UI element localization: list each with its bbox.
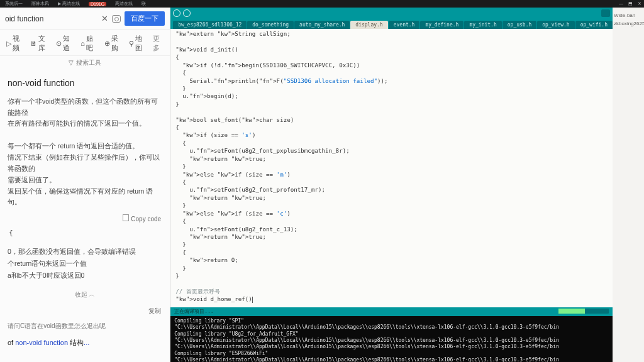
file-tab[interactable]: do_something xyxy=(247,21,294,29)
search-bar: oid function ✕ 百度一下 xyxy=(0,8,170,30)
tab-wenku[interactable]: 🗎文库 xyxy=(30,34,47,53)
task-item[interactable]: 高清在线 xyxy=(113,0,135,8)
answer-line: 在所有路径都可能执行的情况下返回一个值。 xyxy=(8,118,162,129)
file-tab[interactable]: op_wifi.h xyxy=(575,21,613,29)
task-item: ▶ 高清在线 xyxy=(55,0,82,8)
file-tab[interactable]: display.h xyxy=(350,21,387,29)
answer-line: 每一个都有一个 return 语句返回合适的值。 xyxy=(8,141,162,152)
search-query[interactable]: oid function xyxy=(5,14,97,23)
copy-button[interactable]: 复制 xyxy=(0,304,170,318)
answer-continued: 0，那么函数没有返回值，会导致编译错误 个return语句来返回一个值 a和b不… xyxy=(0,242,170,285)
verify-icon[interactable] xyxy=(173,9,180,17)
answer-line: 你有一个非void类型的函数，但这个函数的所有可能路径 xyxy=(8,96,162,119)
file-tab[interactable]: op_view.h xyxy=(537,21,574,29)
file-tab[interactable]: op_usb.h xyxy=(502,21,537,29)
task-item[interactable]: 系统后一 xyxy=(3,0,25,8)
related-link[interactable]: non-void function xyxy=(15,339,68,346)
follow-up-question: 请问C语言在void函数里怎么退出呢 xyxy=(0,318,170,336)
funnel-icon: ▽ xyxy=(69,59,74,66)
task-item[interactable]: 联 xyxy=(139,0,148,8)
answer-line: 个return语句来返回一个值 xyxy=(8,258,162,270)
copy-icon xyxy=(124,216,129,221)
sliver-label: Wide-ban xyxy=(614,13,643,18)
clear-icon[interactable]: ✕ xyxy=(101,14,108,23)
copy-code-button[interactable]: Copy code xyxy=(0,214,170,224)
search-tabs: ▷视频 🗎文库 ⊙知道 ⌂贴吧 ⊕采购 ⚲地图 更多 xyxy=(0,30,170,56)
serial-monitor-icon[interactable] xyxy=(601,9,610,17)
answer-line: 0，那么函数没有返回值，会导致编译错误 xyxy=(8,246,162,258)
window-close-icon[interactable]: ✕ xyxy=(638,1,641,6)
upload-icon[interactable] xyxy=(183,9,191,17)
answer-line: 返回某个值，确保这些情况下有对应的 return 语句。 xyxy=(8,186,162,209)
console-header: 正在编译项目... xyxy=(170,307,613,316)
os-taskbar: 系统后一 雨林木风 ▶ 高清在线 D191G 高清在线 联 — ⬒ ✕ xyxy=(0,0,644,8)
sliver-label: zkboxing2625 xyxy=(614,21,643,26)
browser-panel: oid function ✕ 百度一下 ▷视频 🗎文库 ⊙知道 ⌂贴吧 ⊕采购 … xyxy=(0,8,170,362)
progress-bar xyxy=(558,309,609,314)
answer-line: a和b不大于0时应该返回0 xyxy=(8,270,162,282)
file-tab[interactable]: auto_my_share.h xyxy=(294,21,350,29)
answer-line: 需要返回值了。 xyxy=(8,175,162,186)
answer-heading: non-void function xyxy=(8,76,162,91)
right-sidebar-sliver: Wide-ban zkboxing2625 xyxy=(613,8,644,362)
build-console[interactable]: Compiling library "SPI" "C:\\Users\\Admi… xyxy=(170,316,613,362)
file-tab[interactable]: my_define.h xyxy=(420,21,464,29)
answer-block: non-void function 你有一个非void类型的函数，但这个函数的所… xyxy=(0,72,170,214)
task-item-badge[interactable]: D191G xyxy=(89,2,106,6)
tab-zhidao[interactable]: ⊙知道 xyxy=(56,34,72,53)
file-tab[interactable]: event.h xyxy=(389,21,420,29)
collapse-button[interactable]: 收起︿ xyxy=(0,285,170,304)
file-tab[interactable]: bw_esp8266_sdl1306_12 xyxy=(173,21,247,29)
camera-icon[interactable] xyxy=(112,15,121,23)
code-snippet: { xyxy=(0,224,170,242)
search-tools[interactable]: ▽搜索工具 xyxy=(0,56,170,72)
tab-caigou[interactable]: ⊕采购 xyxy=(104,34,120,53)
tab-tieba[interactable]: ⌂贴吧 xyxy=(80,34,95,53)
window-maximize-icon[interactable]: ⬒ xyxy=(628,1,633,6)
chevron-up-icon: ︿ xyxy=(89,291,95,298)
code-editor[interactable]: "kw">extern "kw">String callSign; "kw">v… xyxy=(170,29,613,307)
answer-line: 情况下结束（例如在执行了某些操作后），你可以将函数的 xyxy=(8,152,162,175)
search-button[interactable]: 百度一下 xyxy=(125,11,165,26)
file-tab-strip: bw_esp8266_sdl1306_12do_somethingauto_my… xyxy=(170,19,613,29)
ide-toolbar xyxy=(170,8,613,19)
arduino-ide: bw_esp8266_sdl1306_12do_somethingauto_my… xyxy=(170,8,613,362)
tab-map[interactable]: ⚲地图 xyxy=(129,34,144,53)
task-item[interactable]: 雨林木风 xyxy=(29,0,52,8)
file-tab[interactable]: my_init.h xyxy=(464,21,501,29)
window-minimize-icon[interactable]: — xyxy=(619,1,623,6)
tab-video[interactable]: ▷视频 xyxy=(6,34,21,53)
related-link-row: of non-void function 结构... xyxy=(0,336,170,351)
compile-status: 正在编译项目... xyxy=(174,308,213,315)
tab-more[interactable]: 更多 xyxy=(153,34,164,53)
